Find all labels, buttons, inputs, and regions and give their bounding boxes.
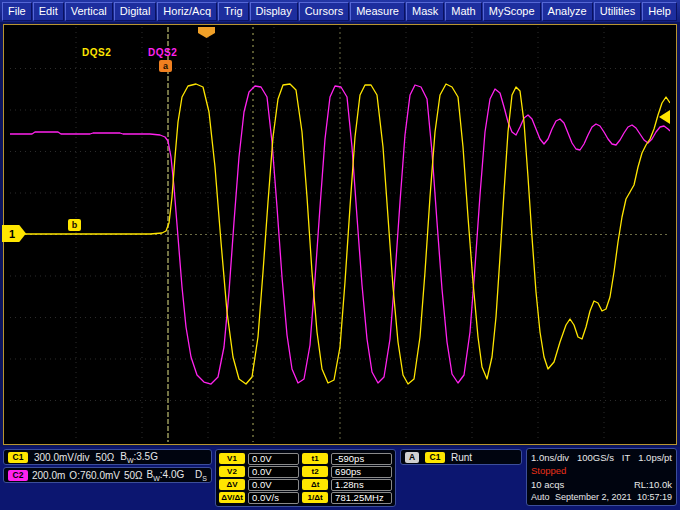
cursor-a-marker[interactable]: a — [159, 60, 172, 72]
trigger-a-badge: A — [405, 452, 419, 463]
cursor-readout[interactable]: V1 0.0V t1 -590ps V2 0.0V t2 690ps ΔV 0.… — [215, 449, 396, 507]
timebase-scale: 1.0ns/div — [531, 452, 569, 463]
delta-v-badge: ΔV — [219, 479, 245, 490]
acquisition-status: Stopped — [531, 465, 566, 476]
cursor-b-marker[interactable]: b — [68, 219, 81, 231]
menu-math[interactable]: Math — [445, 2, 481, 21]
graticule-frame: DQS2 DQS2 a b 1 — [3, 24, 677, 445]
record-length: RL:10.0k — [634, 479, 672, 490]
cursor-row-4: ΔV/Δt 0.0V/s 1/Δt 781.25MHz — [219, 492, 392, 504]
menu-file[interactable]: File — [2, 2, 32, 21]
delta-t-value[interactable]: 1.28ns — [331, 479, 392, 491]
ch1-waveform-label: DQS2 — [82, 47, 111, 58]
menu-trig[interactable]: Trig — [218, 2, 249, 21]
timebase-row: 1.0ns/div 100GS/s IT 1.0ps/pt — [531, 452, 672, 463]
menu-display[interactable]: Display — [250, 2, 298, 21]
acquisition-count: 10 acqs — [531, 479, 564, 490]
waveform-display[interactable]: DQS2 DQS2 a b 1 — [10, 27, 670, 442]
dv-dt-badge: ΔV/Δt — [219, 492, 245, 503]
waveform-canvas[interactable] — [10, 27, 670, 442]
menu-mask[interactable]: Mask — [406, 2, 444, 21]
t1-value[interactable]: -590ps — [331, 453, 392, 465]
trigger-mode: Auto — [531, 492, 550, 502]
v2-value[interactable]: 0.0V — [248, 466, 299, 478]
menu-utilities[interactable]: Utilities — [594, 2, 641, 21]
time-text: 10:57:19 — [637, 492, 672, 502]
date-row: Auto September 2, 2021 10:57:19 — [531, 492, 672, 502]
menu-horiz-acq[interactable]: Horiz/Acq — [157, 2, 217, 21]
trigger-type: Runt — [451, 452, 472, 463]
menu-help[interactable]: Help — [642, 2, 677, 21]
ch2-readout[interactable]: C2 200.0m O:760.0mV 50Ω BW:4.0G DS — [3, 467, 212, 483]
ch1-scale: 300.0mV/div — [34, 452, 90, 463]
trigger-readout[interactable]: A C1 Runt — [400, 449, 522, 465]
cursor-row-1: V1 0.0V t1 -590ps — [219, 453, 392, 465]
cursor-row-2: V2 0.0V t2 690ps — [219, 466, 392, 478]
delta-t-badge: Δt — [302, 479, 328, 490]
acq-status-row: Stopped — [531, 465, 672, 476]
menu-vertical[interactable]: Vertical — [65, 2, 113, 21]
menu-digital[interactable]: Digital — [114, 2, 157, 21]
ch2-bandwidth: BW:4.0G — [147, 469, 185, 482]
t2-value[interactable]: 690ps — [331, 466, 392, 478]
ch2-ds-indicator: DS — [195, 469, 207, 482]
t2-badge: t2 — [302, 466, 328, 477]
v1-value[interactable]: 0.0V — [248, 453, 299, 465]
ch2-impedance: 50Ω — [124, 470, 143, 481]
readout-bar: C1 300.0mV/div 50Ω BW:3.5G C2 200.0m O:7… — [0, 447, 680, 510]
menu-cursors[interactable]: Cursors — [299, 2, 350, 21]
inv-delta-t-value[interactable]: 781.25MHz — [331, 492, 392, 504]
dv-dt-value[interactable]: 0.0V/s — [248, 492, 299, 504]
sample-rate: 100GS/s — [577, 452, 614, 463]
menu-edit[interactable]: Edit — [33, 2, 64, 21]
v2-badge: V2 — [219, 466, 245, 477]
acq-count-row: 10 acqs RL:10.0k — [531, 479, 672, 490]
ch1-impedance: 50Ω — [96, 452, 115, 463]
interpolation-mode: IT — [622, 452, 630, 463]
ch1-bandwidth: BW:3.5G — [120, 451, 158, 464]
menu-analyze[interactable]: Analyze — [542, 2, 593, 21]
ch2-waveform-label: DQS2 — [148, 47, 177, 58]
ch1-readout[interactable]: C1 300.0mV/div 50Ω BW:3.5G — [3, 449, 212, 465]
ch2-scale: 200.0m — [32, 470, 65, 481]
inv-delta-t-badge: 1/Δt — [302, 492, 328, 503]
cursor-row-3: ΔV 0.0V Δt 1.28ns — [219, 479, 392, 491]
sample-resolution: 1.0ps/pt — [638, 452, 672, 463]
horizontal-acquisition-panel[interactable]: 1.0ns/div 100GS/s IT 1.0ps/pt Stopped 10… — [526, 448, 677, 506]
menu-measure[interactable]: Measure — [350, 2, 405, 21]
date-text: September 2, 2021 — [555, 492, 632, 502]
menu-myscope[interactable]: MyScope — [483, 2, 541, 21]
ch1-reference-number: 1 — [9, 228, 15, 240]
ch2-offset: O:760.0mV — [69, 470, 120, 481]
trigger-source-badge: C1 — [425, 452, 445, 463]
menu-bar: File Edit Vertical Digital Horiz/Acq Tri… — [0, 0, 680, 22]
delta-v-value[interactable]: 0.0V — [248, 479, 299, 491]
oscilloscope-screen: File Edit Vertical Digital Horiz/Acq Tri… — [0, 0, 680, 510]
t1-badge: t1 — [302, 453, 328, 464]
ch1-badge: C1 — [8, 452, 28, 463]
ch2-badge: C2 — [8, 470, 28, 481]
v1-badge: V1 — [219, 453, 245, 464]
